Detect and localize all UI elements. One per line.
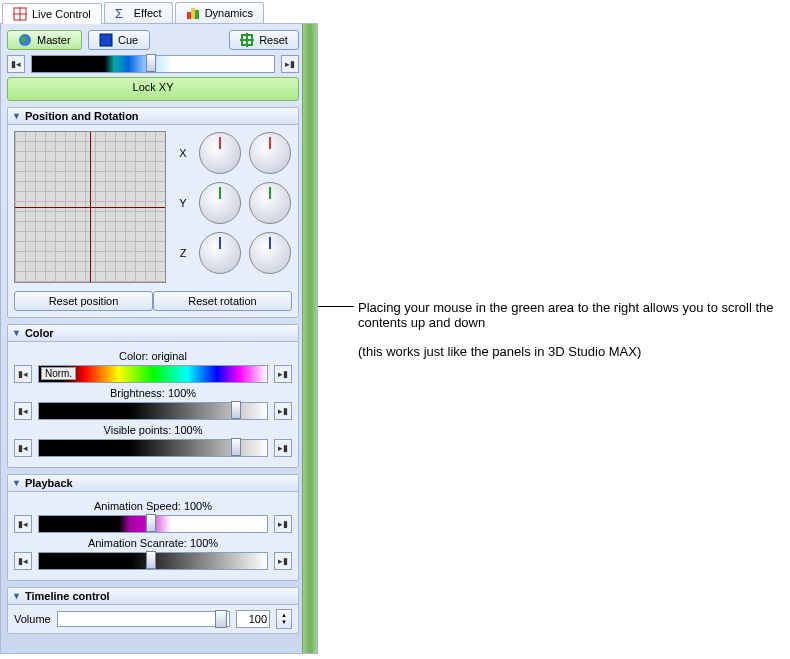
reset-icon xyxy=(240,33,254,47)
norm-chip[interactable]: Norm. xyxy=(41,367,76,380)
anim-speed-thumb[interactable] xyxy=(146,514,156,532)
seek-start-button[interactable]: ▮◂ xyxy=(14,365,32,383)
anim-scanrate-thumb[interactable] xyxy=(146,551,156,569)
brightness-label: Brightness: 100% xyxy=(14,387,292,399)
anim-scanrate-slider[interactable] xyxy=(38,552,268,570)
seek-start-button[interactable]: ▮◂ xyxy=(14,402,32,420)
anim-speed-label: Animation Speed: 100% xyxy=(14,500,292,512)
svg-rect-6 xyxy=(195,10,199,19)
volume-slider[interactable] xyxy=(57,611,230,627)
svg-rect-5 xyxy=(191,8,195,19)
svg-rect-4 xyxy=(187,12,191,19)
axis-x-label: X xyxy=(179,147,186,159)
visible-points-slider[interactable] xyxy=(38,439,268,457)
collapse-icon: ▼ xyxy=(12,111,21,121)
seek-end-button[interactable]: ▸▮ xyxy=(274,365,292,383)
reset-button[interactable]: Reset xyxy=(229,30,299,50)
annotation: Placing your mouse in the green area to … xyxy=(318,0,790,654)
top-slider-track[interactable] xyxy=(31,55,275,73)
annotation-text-2: (this works just like the panels in 3D S… xyxy=(358,344,790,359)
scroll-strip[interactable] xyxy=(302,24,317,653)
seek-start-button[interactable]: ▮◂ xyxy=(14,552,32,570)
seek-end-button[interactable]: ▸▮ xyxy=(274,552,292,570)
cue-button[interactable]: Cue xyxy=(88,30,150,50)
knob-x-2[interactable] xyxy=(249,132,291,174)
anim-scanrate-label: Animation Scanrate: 100% xyxy=(14,537,292,549)
knob-x-1[interactable] xyxy=(199,132,241,174)
visible-points-label: Visible points: 100% xyxy=(14,424,292,436)
section-header-posrot[interactable]: ▼ Position and Rotation xyxy=(8,108,298,125)
collapse-icon: ▼ xyxy=(12,478,21,488)
seek-start-button[interactable]: ▮◂ xyxy=(14,515,32,533)
tab-effect[interactable]: Σ Effect xyxy=(104,2,173,23)
top-slider-thumb[interactable] xyxy=(146,54,156,72)
rotation-knobs: X Y Z xyxy=(174,131,292,283)
tab-dynamics[interactable]: Dynamics xyxy=(175,2,264,23)
volume-spinner[interactable]: ▲▼ xyxy=(276,609,292,629)
color-title: Color: original xyxy=(14,350,292,362)
seek-end-button[interactable]: ▸▮ xyxy=(274,515,292,533)
brightness-slider[interactable] xyxy=(38,402,268,420)
master-button[interactable]: Master xyxy=(7,30,82,50)
tab-live-control[interactable]: Live Control xyxy=(2,3,102,24)
annotation-text-1: Placing your mouse in the green area to … xyxy=(358,300,790,330)
lock-xy-button[interactable]: Lock XY xyxy=(7,77,299,101)
seek-end-button[interactable]: ▸▮ xyxy=(281,55,299,73)
axis-z-label: Z xyxy=(180,247,187,259)
collapse-icon: ▼ xyxy=(12,591,21,601)
effect-icon: Σ xyxy=(115,6,129,20)
anim-speed-slider[interactable] xyxy=(38,515,268,533)
volume-label: Volume xyxy=(14,613,51,625)
volume-input[interactable] xyxy=(236,610,270,628)
seek-end-button[interactable]: ▸▮ xyxy=(274,439,292,457)
section-header-timeline[interactable]: ▼ Timeline control xyxy=(8,588,298,605)
reset-position-button[interactable]: Reset position xyxy=(14,291,153,311)
svg-rect-8 xyxy=(100,34,112,46)
seek-start-button[interactable]: ▮◂ xyxy=(7,55,25,73)
seek-end-button[interactable]: ▸▮ xyxy=(274,402,292,420)
tab-bar: Live Control Σ Effect Dynamics xyxy=(0,0,318,24)
knob-z-1[interactable] xyxy=(199,232,241,274)
color-slider[interactable]: Norm. xyxy=(38,365,268,383)
brightness-thumb[interactable] xyxy=(231,401,241,419)
section-header-color[interactable]: ▼ Color xyxy=(8,325,298,342)
annotation-leader-line xyxy=(318,306,354,307)
volume-thumb[interactable] xyxy=(215,610,227,628)
reset-rotation-button[interactable]: Reset rotation xyxy=(153,291,292,311)
seek-start-button[interactable]: ▮◂ xyxy=(14,439,32,457)
dynamics-icon xyxy=(186,6,200,20)
axis-y-label: Y xyxy=(179,197,186,209)
cue-icon xyxy=(99,33,113,47)
knob-y-1[interactable] xyxy=(199,182,241,224)
knob-z-2[interactable] xyxy=(249,232,291,274)
svg-text:Σ: Σ xyxy=(115,6,123,20)
collapse-icon: ▼ xyxy=(12,328,21,338)
globe-icon xyxy=(18,33,32,47)
tab-label: Effect xyxy=(134,7,162,19)
tab-label: Live Control xyxy=(32,8,91,20)
visible-points-thumb[interactable] xyxy=(231,438,241,456)
section-header-playback[interactable]: ▼ Playback xyxy=(8,475,298,492)
knob-y-2[interactable] xyxy=(249,182,291,224)
live-control-icon xyxy=(13,7,27,21)
tab-label: Dynamics xyxy=(205,7,253,19)
xy-position-pad[interactable] xyxy=(14,131,166,283)
